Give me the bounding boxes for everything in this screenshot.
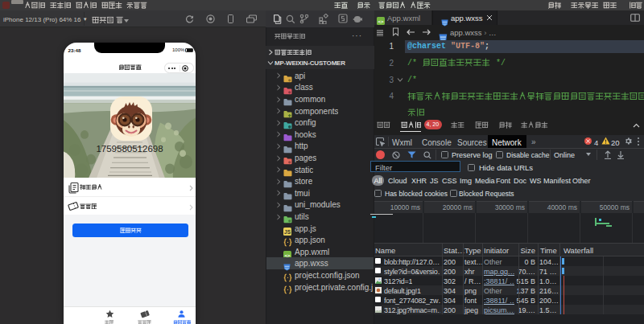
svg-text:JS: JS — [284, 229, 291, 235]
svg-text:<>: <> — [378, 19, 384, 24]
